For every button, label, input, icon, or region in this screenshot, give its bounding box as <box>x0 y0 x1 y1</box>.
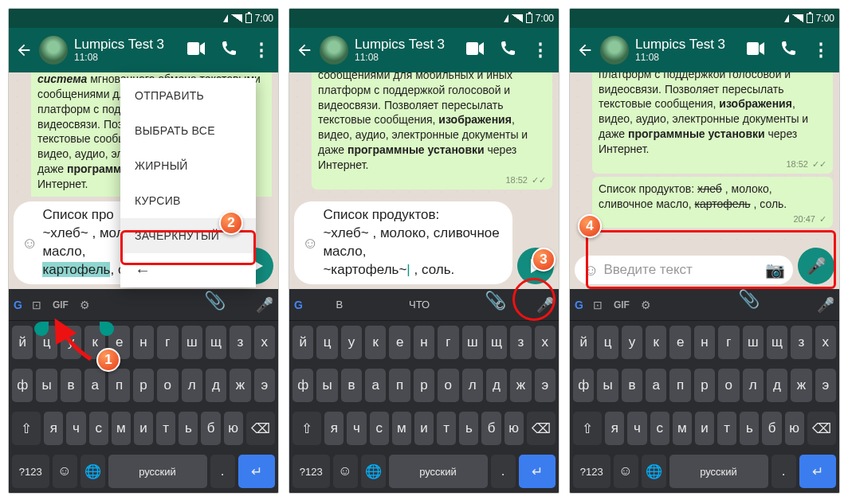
numbers-key[interactable]: ?123 <box>573 455 610 488</box>
key-а[interactable]: а <box>365 369 386 402</box>
key-б[interactable]: б <box>762 412 781 445</box>
key-ы[interactable]: ы <box>36 369 57 402</box>
enter-key[interactable]: ↵ <box>799 455 837 488</box>
key-м[interactable]: м <box>112 412 131 445</box>
key-ш[interactable]: ш <box>462 326 483 359</box>
gif-icon[interactable]: GIF <box>53 299 69 311</box>
emoji-key[interactable]: ☺ <box>333 455 358 488</box>
key-й[interactable]: й <box>573 326 594 359</box>
key-в[interactable]: в <box>341 369 362 402</box>
key-и[interactable]: и <box>695 412 714 445</box>
key-ю[interactable]: ю <box>504 412 524 445</box>
sticker-icon[interactable]: ⊡ <box>593 299 603 311</box>
key-я[interactable]: я <box>324 412 344 445</box>
space-key[interactable]: Русский <box>389 455 488 488</box>
message-input[interactable]: ☺ Введите текст 📷 <box>575 256 793 284</box>
key-ш[interactable]: ш <box>743 326 764 359</box>
key-л[interactable]: л <box>182 369 202 402</box>
video-call-icon[interactable] <box>187 42 205 59</box>
more-icon[interactable]: ⋮ <box>253 40 269 61</box>
back-icon[interactable] <box>576 41 594 59</box>
emoji-icon[interactable]: ☺ <box>583 261 599 279</box>
key-е[interactable]: е <box>669 326 690 359</box>
key-ч[interactable]: ч <box>66 412 85 445</box>
key-д[interactable]: д <box>206 369 226 402</box>
key-т[interactable]: т <box>156 412 175 445</box>
key-ы[interactable]: ы <box>597 369 618 402</box>
avatar[interactable] <box>320 36 348 64</box>
space-key[interactable]: Русский <box>108 455 207 488</box>
emoji-icon[interactable]: ☺ <box>302 234 318 252</box>
key-ь[interactable]: ь <box>740 412 759 445</box>
enter-key[interactable]: ↵ <box>238 455 276 488</box>
period-key[interactable]: . <box>771 455 796 488</box>
more-icon[interactable]: ⋮ <box>532 40 549 61</box>
chat-title-block[interactable]: Lumpics Test 3 11:08 <box>355 37 460 63</box>
voice-message-button[interactable]: 🎤 <box>798 248 834 284</box>
key-х[interactable]: х <box>254 326 275 359</box>
key-з[interactable]: з <box>230 326 250 359</box>
key-п[interactable]: п <box>669 369 690 402</box>
backspace-key[interactable]: ⌫ <box>807 412 836 445</box>
language-key[interactable]: 🌐 <box>361 455 386 488</box>
key-д[interactable]: д <box>486 369 507 402</box>
suggestion[interactable]: в <box>336 299 343 311</box>
key-ч[interactable]: ч <box>347 412 366 445</box>
message-bubble-result[interactable]: Список продуктов: хлеб , молоко, сливочн… <box>592 177 833 229</box>
menu-item-bold[interactable]: ЖИРНЫЙ <box>120 148 256 183</box>
key-с[interactable]: с <box>89 412 108 445</box>
menu-item-send[interactable]: ОТПРАВИТЬ <box>120 78 256 113</box>
key-ь[interactable]: ь <box>179 412 198 445</box>
key-х[interactable]: х <box>815 326 836 359</box>
key-г[interactable]: г <box>718 326 739 359</box>
key-ы[interactable]: ы <box>316 369 337 402</box>
shift-key[interactable]: ⇧ <box>292 412 321 445</box>
key-ж[interactable]: ж <box>510 369 531 402</box>
voice-call-icon[interactable] <box>221 41 237 61</box>
key-ж[interactable]: ж <box>791 369 811 402</box>
camera-icon[interactable]: 📷 <box>765 260 785 279</box>
key-з[interactable]: з <box>510 326 531 359</box>
key-щ[interactable]: щ <box>486 326 507 359</box>
key-л[interactable]: л <box>743 369 764 402</box>
backspace-key[interactable]: ⌫ <box>246 412 275 445</box>
voice-call-icon[interactable] <box>780 41 796 61</box>
avatar[interactable] <box>600 36 629 64</box>
key-ц[interactable]: ц <box>316 326 337 359</box>
period-key[interactable]: . <box>210 455 235 488</box>
key-а[interactable]: а <box>84 369 105 402</box>
settings-icon[interactable]: ⚙ <box>80 299 90 311</box>
key-с[interactable]: с <box>650 412 669 445</box>
key-м[interactable]: м <box>392 412 411 445</box>
key-ф[interactable]: ф <box>12 369 33 402</box>
key-ф[interactable]: ф <box>573 369 594 402</box>
key-б[interactable]: б <box>481 412 501 445</box>
key-г[interactable]: г <box>157 326 178 359</box>
input-text[interactable]: Список продуктов: ~хлеб~ , молоко, сливо… <box>323 206 504 279</box>
menu-item-back[interactable]: ← <box>120 253 256 287</box>
key-у[interactable]: у <box>622 326 642 359</box>
message-bubble[interactable]: WhatsApp — популярная бесплатная система… <box>312 72 552 189</box>
key-э[interactable]: э <box>815 369 836 402</box>
key-ж[interactable]: ж <box>230 369 250 402</box>
key-д[interactable]: д <box>767 369 787 402</box>
google-icon[interactable]: G <box>294 299 303 311</box>
key-х[interactable]: х <box>535 326 556 359</box>
key-п[interactable]: п <box>108 369 129 402</box>
key-к[interactable]: к <box>646 326 666 359</box>
sticker-icon[interactable]: ⊡ <box>32 299 41 311</box>
numbers-key[interactable]: ?123 <box>292 455 330 488</box>
back-icon[interactable] <box>15 41 33 59</box>
google-icon[interactable]: G <box>575 299 583 311</box>
key-т[interactable]: т <box>717 412 736 445</box>
video-call-icon[interactable] <box>747 42 764 59</box>
chat-title-block[interactable]: Lumpics Test 3 11:08 <box>74 37 181 63</box>
key-л[interactable]: л <box>462 369 483 402</box>
video-call-icon[interactable] <box>466 42 484 59</box>
key-ч[interactable]: ч <box>627 412 646 445</box>
key-р[interactable]: р <box>694 369 715 402</box>
language-key[interactable]: 🌐 <box>80 455 105 488</box>
shift-key[interactable]: ⇧ <box>573 412 602 445</box>
language-key[interactable]: 🌐 <box>642 455 666 488</box>
mic-icon[interactable]: 🎤 <box>256 296 273 314</box>
